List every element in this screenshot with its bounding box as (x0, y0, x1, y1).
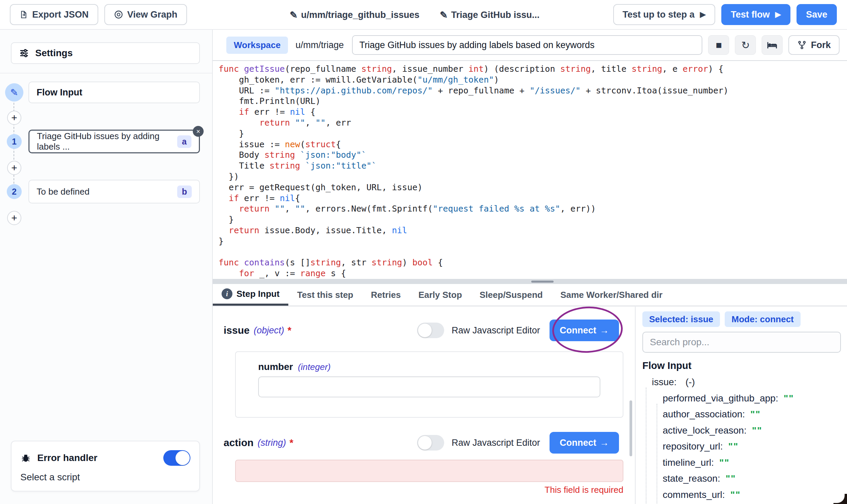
tab-same-worker-shared-dir[interactable]: Same Worker/Shared dir (552, 284, 672, 306)
search-prop-input[interactable] (642, 332, 841, 353)
test-flow-button[interactable]: Test flow ▶ (721, 4, 791, 25)
code-line[interactable]: Body string `json:"body"` (219, 150, 847, 160)
tree-node-issue[interactable]: issue: (-) (642, 374, 841, 390)
breadcrumb-title-label: Triage GitHub issu... (451, 10, 540, 20)
error-handler-card: Error handler Select a script (11, 441, 200, 491)
number-input[interactable] (258, 376, 600, 397)
flow-input-pencil-icon[interactable]: ✎ (5, 83, 23, 102)
export-json-button[interactable]: Export JSON (10, 4, 98, 25)
code-line[interactable]: Title string `json:"title"` (219, 160, 847, 171)
tab-early-stop[interactable]: Early Stop (410, 284, 471, 306)
code-line[interactable] (219, 247, 847, 257)
code-line[interactable]: } (219, 214, 847, 225)
summary-input[interactable] (352, 35, 703, 55)
select-script-link[interactable]: Select a script (20, 472, 190, 483)
raw-js-toggle[interactable] (417, 435, 444, 451)
add-step-button[interactable]: + (7, 161, 21, 175)
tree-node-comments_url[interactable]: comments_url:"" (642, 487, 841, 503)
add-step-button[interactable]: + (7, 111, 21, 125)
sleep-button[interactable] (762, 35, 783, 55)
code-line[interactable]: func contains(s []string, str string) bo… (219, 257, 847, 268)
fork-icon (797, 40, 807, 50)
breadcrumb-path[interactable]: ✎ u/mm/triage_github_issues (290, 10, 419, 21)
tree-node-state_reason[interactable]: state_reason:"" (642, 471, 841, 487)
code-line[interactable]: err = getRequest(gh_token, URL, issue) (219, 182, 847, 193)
view-graph-button[interactable]: View Graph (104, 4, 187, 25)
code-line[interactable]: fmt.Println(URL) (219, 96, 847, 107)
field-row-issue: issue (object) * Raw Javascript Editor C… (224, 320, 635, 341)
error-handler-toggle[interactable] (163, 450, 190, 466)
raw-js-label: Raw Javascript Editor (452, 438, 540, 448)
step-number-badge: 2 (7, 184, 22, 199)
save-button[interactable]: Save (796, 4, 837, 25)
step-number-badge: 1 (7, 134, 22, 149)
test-flow-label: Test flow (731, 10, 770, 20)
step-tabs: iStep InputTest this stepRetriesEarly St… (213, 284, 847, 306)
code-line[interactable]: func getIssue(repo_fullname string, issu… (219, 64, 847, 74)
flow-input-card[interactable]: Flow Input (29, 82, 200, 103)
fork-button[interactable]: Fork (789, 35, 840, 55)
breadcrumb: ✎ u/mm/triage_github_issues ✎ Triage Git… (290, 0, 540, 30)
tree-node-timeline_url[interactable]: timeline_url:"" (642, 454, 841, 471)
info-icon: i (222, 288, 232, 299)
bug-icon (20, 453, 31, 463)
code-line[interactable]: return "", "", errors.New(fmt.Sprintf("r… (219, 203, 847, 214)
step-label: To be defined (37, 186, 89, 197)
tab-test-this-step[interactable]: Test this step (288, 284, 362, 306)
required-star: * (288, 325, 291, 336)
raw-js-toggle[interactable] (417, 323, 444, 338)
form-scrollbar-thumb[interactable] (629, 400, 632, 456)
tree-node-labels_url[interactable]: labels_url:"" (642, 503, 841, 504)
flow-input-label: Flow Input (37, 87, 82, 98)
breadcrumb-path-label: u/mm/triage_github_issues (301, 10, 419, 20)
code-line[interactable]: if err != nil{ (219, 193, 847, 204)
tree-node-repository_url[interactable]: repository_url:"" (642, 439, 841, 455)
code-line[interactable]: URL := "https://api.github.com/repos/" +… (219, 85, 847, 96)
code-line[interactable]: gh_token, err := wmill.GetVariable("u/mm… (219, 74, 847, 85)
tree-key: active_lock_reason: (663, 425, 746, 436)
add-step-button[interactable]: + (7, 211, 21, 225)
tab-label: Early Stop (418, 290, 462, 300)
code-line[interactable]: } (219, 236, 847, 247)
play-icon: ▶ (700, 10, 706, 19)
stop-button[interactable]: ■ (708, 35, 729, 55)
remove-step-button[interactable]: × (193, 126, 204, 137)
tab-step-input[interactable]: iStep Input (213, 284, 288, 306)
tab-retries[interactable]: Retries (362, 284, 410, 306)
tree-node-active_lock_reason[interactable]: active_lock_reason:"" (642, 422, 841, 439)
code-editor[interactable]: func getIssue(repo_fullname string, issu… (213, 61, 847, 279)
code-line[interactable]: return issue.Body, issue.Title, nil (219, 225, 847, 236)
code-line[interactable]: if err != nil { (219, 107, 847, 118)
step-summary-row: Workspace u/mm/triage ■ ↻ Fork (213, 30, 847, 61)
flow-input-row: ✎ Flow Input (0, 82, 212, 103)
action-input-invalid[interactable] (235, 460, 623, 482)
tab-label: Same Worker/Shared dir (560, 290, 663, 300)
tab-sleep-suspend[interactable]: Sleep/Suspend (471, 284, 552, 306)
code-line[interactable]: for _, v := range s { (219, 268, 847, 279)
add-step-row: + (0, 111, 212, 125)
test-up-to-step-button[interactable]: Test up to step a ▶ (613, 4, 715, 25)
tree-node-performed_via_github_app[interactable]: performed_via_github_app:"" (642, 390, 841, 407)
step-card-a[interactable]: Triage GitHub issues by adding labels ..… (29, 130, 200, 153)
code-line[interactable]: } (219, 128, 847, 139)
bed-icon (766, 39, 778, 51)
settings-button[interactable]: Settings (11, 42, 200, 64)
code-line[interactable]: }) (219, 171, 847, 182)
step-row-2: 2 To be defined b (0, 180, 212, 203)
validation-message: This field is required (224, 485, 635, 495)
panel-resizer[interactable] (213, 279, 847, 284)
code-line[interactable]: issue := new(struct{ (219, 139, 847, 150)
connect-button-issue[interactable]: Connect → (550, 320, 619, 341)
breadcrumb-title[interactable]: ✎ Triage GitHub issu... (440, 10, 540, 21)
connect-button-action[interactable]: Connect → (550, 432, 619, 454)
step-card-b[interactable]: To be defined b (29, 180, 200, 203)
top-toolbar: Export JSON View Graph ✎ u/mm/triage_git… (0, 0, 847, 30)
eye-icon (114, 10, 123, 19)
flow-sidebar: Settings ✎ Flow Input + 1 Triage GitHub … (0, 30, 213, 504)
empty-string-value: "" (730, 489, 741, 500)
step-label: Triage GitHub issues by adding labels ..… (37, 131, 177, 152)
tree-node-author_association[interactable]: author_association:"" (642, 407, 841, 423)
refresh-button[interactable]: ↻ (735, 35, 756, 55)
code-line[interactable]: return "", "", err (219, 118, 847, 128)
tree-guide-line (646, 388, 646, 504)
